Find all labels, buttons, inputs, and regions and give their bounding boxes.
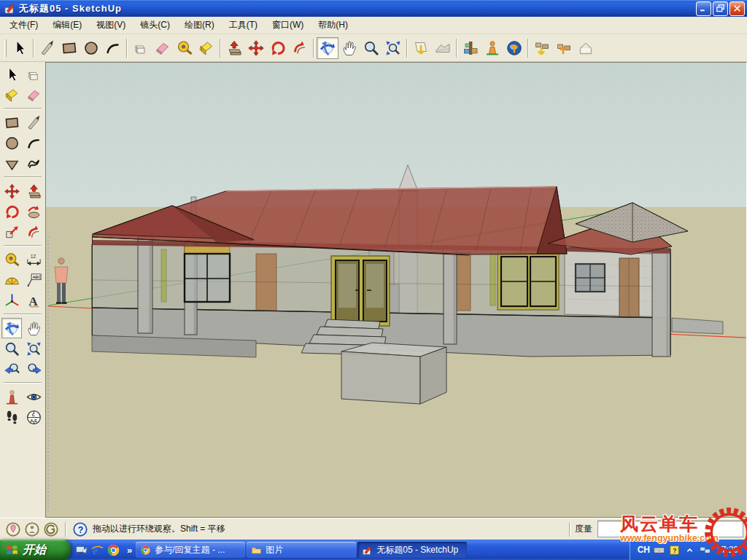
- toolbar-rectangle-button[interactable]: [58, 37, 80, 59]
- start-button[interactable]: 开始: [0, 540, 71, 560]
- quicklaunch-chrome-button[interactable]: [107, 543, 120, 557]
- restore-button[interactable]: [713, 1, 728, 16]
- toolbar-toggle-terrain-button[interactable]: [432, 37, 454, 59]
- tray-keyboard-icon[interactable]: [653, 544, 665, 556]
- sidebar-dimension-button[interactable]: 12: [23, 249, 44, 270]
- sidebar-rotate-button[interactable]: [1, 201, 22, 222]
- sidebar-position-camera-button[interactable]: [1, 386, 22, 407]
- sidebar-eraser-button[interactable]: [23, 85, 44, 105]
- help-icon[interactable]: ?: [72, 521, 88, 537]
- menu-edit[interactable]: 编辑(E): [45, 16, 89, 34]
- sidebar-rectangle-button[interactable]: [1, 112, 22, 133]
- sidebar-row: [0, 318, 45, 338]
- sidebar-separator: [4, 314, 42, 315]
- menu-tools[interactable]: 工具(T): [222, 16, 265, 34]
- language-indicator[interactable]: CH: [638, 545, 650, 555]
- menu-view[interactable]: 视图(V): [89, 16, 133, 34]
- sidebar-row: [0, 222, 45, 242]
- sidebar-follow-me-button[interactable]: [23, 201, 44, 222]
- sidebar-pan-button[interactable]: [23, 318, 44, 338]
- toolbar-get-current-view-button[interactable]: [410, 37, 432, 59]
- 3d-scene: [46, 63, 746, 517]
- tray-network-icon[interactable]: [699, 544, 711, 556]
- menu-draw[interactable]: 绘图(R): [177, 16, 222, 34]
- toolbar-eraser-button[interactable]: [152, 37, 174, 59]
- toolbar-tape-measure-button[interactable]: [174, 37, 196, 59]
- sidebar-zoom-button[interactable]: [1, 338, 22, 359]
- task-button-2[interactable]: 图片: [247, 542, 356, 558]
- toolbar-line-button[interactable]: [36, 37, 58, 59]
- task-button-1[interactable]: 参与/回复主题 - ...: [136, 542, 245, 558]
- toolbar-get-models-button[interactable]: [531, 37, 553, 59]
- sidebar-previous-button[interactable]: [1, 359, 22, 379]
- menu-file[interactable]: 文件(F): [2, 16, 45, 34]
- toolbar-model-button[interactable]: [481, 37, 503, 59]
- quicklaunch-internet-explorer-button[interactable]: e: [90, 543, 104, 557]
- minimize-button[interactable]: [696, 1, 711, 16]
- sidebar-section-plane-button[interactable]: CA-S: [23, 407, 44, 427]
- sidebar-separator: [4, 108, 42, 109]
- sidebar-orbit-button[interactable]: [1, 318, 22, 338]
- offset-icon: [291, 39, 309, 57]
- toolbar-make-component-button[interactable]: [130, 37, 152, 59]
- sidebar-line-button[interactable]: [23, 112, 44, 133]
- toolbar-photo-textures-button[interactable]: [460, 37, 481, 59]
- toolbar-rotate-button[interactable]: [267, 37, 289, 59]
- sidebar-offset-button[interactable]: [23, 222, 44, 242]
- toolbar-pan-button[interactable]: [338, 37, 360, 59]
- measurements-input[interactable]: [597, 521, 743, 537]
- task-label: 图片: [266, 544, 283, 556]
- toolbar-separator: [126, 39, 128, 58]
- toolbar-select-button[interactable]: [9, 37, 31, 59]
- sidebar-push-pull-button[interactable]: [23, 181, 44, 201]
- tray-ime-help-icon[interactable]: ?: [668, 544, 681, 556]
- sidebar-freehand-button[interactable]: [23, 153, 44, 174]
- orbit-icon: [319, 39, 336, 57]
- close-button[interactable]: [729, 1, 745, 16]
- toolbar-offset-button[interactable]: [289, 37, 311, 59]
- toolbar-share-component-button[interactable]: [575, 37, 597, 59]
- toolbar-arc-button[interactable]: [102, 37, 124, 59]
- sidebar-move-button[interactable]: [1, 181, 22, 201]
- toggle-terrain-icon: [434, 39, 452, 57]
- toolbar-orbit-button[interactable]: [317, 37, 338, 59]
- menu-help[interactable]: 帮助(H): [311, 16, 355, 34]
- sidebar-axes-button[interactable]: [1, 290, 22, 311]
- text-icon: ABC: [26, 272, 42, 289]
- tray-hidden-icons-icon[interactable]: [684, 544, 696, 556]
- toolbar-push-pull-button[interactable]: [223, 37, 245, 59]
- toolbar-move-button[interactable]: [245, 37, 267, 59]
- quick-launch-overflow[interactable]: »: [124, 545, 135, 556]
- sidebar-scale-button[interactable]: [1, 222, 22, 242]
- clock[interactable]: 17:20: [716, 545, 738, 555]
- menu-camera[interactable]: 镜头(C): [133, 16, 177, 34]
- sidebar-arc-button[interactable]: [23, 133, 44, 153]
- sidebar-next-button[interactable]: [23, 359, 44, 379]
- toolbar-share-model-button[interactable]: [553, 37, 575, 59]
- status-geolocation-icon[interactable]: [5, 521, 21, 537]
- model-viewport[interactable]: [45, 62, 747, 518]
- sidebar-select-button[interactable]: [1, 64, 22, 85]
- sidebar-walk-button[interactable]: [1, 407, 22, 427]
- toolbar-zoom-button[interactable]: [360, 37, 382, 59]
- task-button-3[interactable]: 无标题05 - SketchUp: [357, 542, 467, 558]
- sidebar-make-component-button[interactable]: [23, 64, 44, 85]
- toolbar-circle-button[interactable]: [80, 37, 102, 59]
- titlebar: 无标题05 - SketchUp: [0, 0, 747, 17]
- sidebar-paint-bucket-button[interactable]: [1, 85, 22, 105]
- status-signin-icon[interactable]: [43, 521, 59, 537]
- sidebar-protractor-button[interactable]: [1, 270, 22, 290]
- quicklaunch-show-desktop-button[interactable]: [74, 543, 88, 557]
- toolbar-google-earth-button[interactable]: [503, 37, 525, 59]
- sidebar-text-button[interactable]: ABC: [23, 270, 44, 290]
- menu-window[interactable]: 窗口(W): [265, 16, 311, 34]
- sidebar-3d-text-button[interactable]: A: [23, 290, 44, 311]
- sidebar-circle-button[interactable]: [1, 133, 22, 153]
- toolbar-zoom-extents-button[interactable]: [382, 37, 404, 59]
- sidebar-tape-measure-button[interactable]: [1, 249, 22, 270]
- sidebar-zoom-extents-button[interactable]: [23, 338, 44, 359]
- sidebar-polygon-button[interactable]: [1, 153, 22, 174]
- toolbar-paint-bucket-button[interactable]: [196, 37, 217, 59]
- status-credits-icon[interactable]: [24, 521, 40, 537]
- sidebar-look-around-button[interactable]: [23, 386, 44, 407]
